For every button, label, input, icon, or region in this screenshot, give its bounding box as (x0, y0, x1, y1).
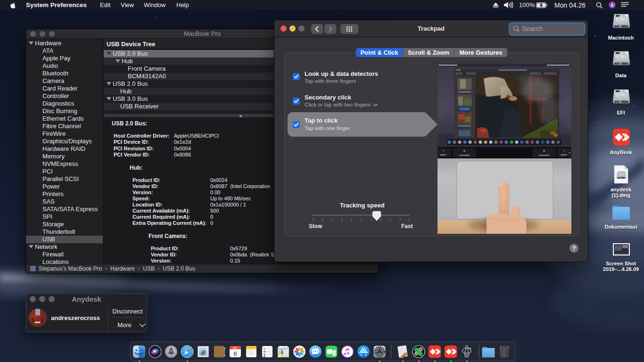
svg-text:command: command (539, 154, 549, 156)
svg-text:⌘: ⌘ (463, 149, 466, 152)
svg-text:6: 6 (233, 350, 237, 357)
svg-text:command: command (459, 154, 470, 156)
svg-text:MAY: MAY (233, 347, 237, 349)
svg-text:option: option (440, 153, 446, 156)
svg-text:⌘: ⌘ (543, 149, 545, 152)
svg-text:30: 30 (285, 353, 288, 355)
svg-text:⌥: ⌥ (442, 149, 445, 152)
svg-text:⌥: ⌥ (562, 149, 565, 152)
svg-text:option: option (561, 153, 567, 156)
